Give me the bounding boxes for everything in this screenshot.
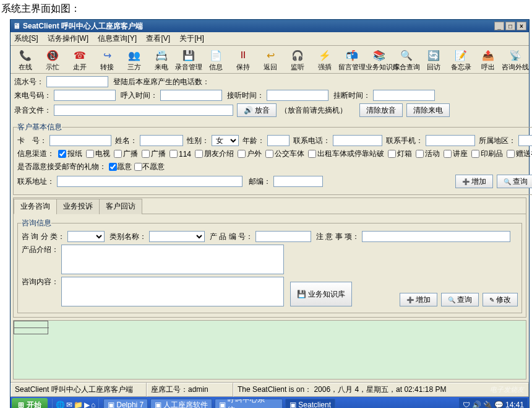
channel-checkbox-1[interactable] (86, 150, 94, 158)
toolbar-来电[interactable]: 📇来电 (148, 48, 175, 72)
channel-checkbox-11[interactable] (444, 150, 452, 158)
toolbar-示忙[interactable]: 📵示忙 (39, 48, 66, 72)
menu-system[interactable]: 系统[S] (14, 33, 38, 44)
channel-checkbox-12[interactable] (471, 150, 479, 158)
tray-icon[interactable]: 🛡 (463, 401, 470, 408)
age-label: 年龄： (242, 136, 265, 146)
intime-input[interactable] (160, 90, 222, 101)
caller-input[interactable] (54, 90, 116, 101)
anstime-input[interactable] (267, 90, 328, 101)
task-button-3[interactable]: ▣Seatclient (285, 399, 335, 408)
toolbar-在线[interactable]: 📞在线 (12, 48, 39, 72)
cardno-input[interactable] (49, 135, 111, 146)
toolbar-咨询外线呼叫[interactable]: 📡咨询外线呼叫 (502, 48, 529, 72)
customer-query-button[interactable]: 🔍查询 (497, 175, 532, 188)
clear-call-button[interactable]: 清除来电 (406, 103, 450, 117)
notes-input[interactable] (362, 231, 510, 242)
prodno-label: 产 品 编 号： (210, 232, 253, 242)
channel-checkbox-9[interactable] (388, 150, 396, 158)
data-grid[interactable] (13, 320, 526, 380)
menu-view[interactable]: 查看[V] (146, 33, 170, 44)
toolbar-信息[interactable]: 📄信息 (202, 48, 230, 72)
clear-play-button[interactable]: 清除放音 (359, 103, 403, 117)
toolbar-监听[interactable]: 🎧监听 (284, 48, 311, 72)
toolbar-icon: 📞 (17, 48, 34, 62)
recfile-input[interactable] (54, 105, 233, 116)
prodno-input[interactable] (255, 231, 311, 242)
channel-checkbox-8[interactable] (308, 150, 316, 158)
toolbar-备忘录[interactable]: 📝备忘录 (447, 48, 474, 72)
consult-modify-button[interactable]: ✎修改 (483, 293, 518, 306)
toolbar-业务知识库[interactable]: 📚业务知识库 (366, 48, 393, 72)
name-input[interactable] (140, 135, 183, 146)
start-button[interactable]: ⊞ 开始 (12, 398, 48, 408)
quick-launch: 🌐 ✉ 📁 ▶ ⌂ (50, 399, 101, 408)
tab-complaint[interactable]: 业务投诉 (56, 199, 100, 214)
task-button-2[interactable]: ▣呼叫中心系统… (215, 399, 283, 408)
customer-add-button[interactable]: ➕增加 (455, 175, 493, 188)
consult-cat-select[interactable] (67, 231, 105, 242)
channel-checkbox-10[interactable] (416, 150, 424, 158)
toolbar-走开[interactable]: ☎走开 (66, 48, 93, 72)
tray-icon[interactable]: 🔌 (483, 401, 492, 408)
menu-call-ops[interactable]: 话务操作[W] (48, 33, 88, 44)
toolbar-录音管理[interactable]: 💾录音管理 (175, 48, 202, 72)
play-button[interactable]: 🔊放音 (237, 103, 277, 117)
channel-checkbox-5[interactable] (195, 150, 203, 158)
channel-checkbox-7[interactable] (265, 150, 273, 158)
channel-checkbox-6[interactable] (238, 150, 246, 158)
channel-checkbox-2[interactable] (114, 150, 122, 158)
consult-query-button[interactable]: 🔍查询 (441, 293, 479, 306)
sex-select[interactable]: 女 (212, 135, 239, 146)
ql-icon[interactable]: 🌐 (56, 401, 65, 408)
tray-icon[interactable]: 🔊 (472, 401, 481, 408)
tab-consult[interactable]: 业务咨询 (14, 199, 57, 214)
age-input[interactable] (267, 135, 290, 146)
toolbar-转接[interactable]: ↪转接 (93, 48, 121, 72)
task-button-0[interactable]: ▣Delphi 7 (103, 399, 148, 408)
gift-yes-checkbox[interactable] (109, 163, 117, 171)
consult-add-button[interactable]: ➕增加 (400, 293, 437, 306)
flowno-input[interactable] (46, 76, 108, 87)
ql-icon[interactable]: ⌂ (91, 401, 95, 408)
taskbar: ⊞ 开始 🌐 ✉ 📁 ▶ ⌂ ▣Delphi 7▣人工座席软件▣呼叫中心系统…▣… (11, 397, 529, 408)
tab-revisit[interactable]: 客户回访 (99, 199, 142, 214)
channel-checkbox-13[interactable] (507, 150, 515, 158)
gift-no-checkbox[interactable] (134, 163, 142, 171)
task-button-1[interactable]: ▣人工座席软件 (150, 399, 212, 408)
toolbar-label: 转接 (93, 63, 121, 72)
mobile-input[interactable] (426, 135, 475, 146)
kb-button[interactable]: 💾业务知识库 (290, 282, 352, 306)
toolbar-返回[interactable]: ↩返回 (257, 48, 284, 72)
consult-catname-select[interactable] (149, 231, 205, 242)
menu-about[interactable]: 关于[H] (179, 33, 204, 44)
toolbar-保持[interactable]: ⏸保持 (230, 48, 257, 72)
ql-icon[interactable]: 📁 (74, 401, 83, 408)
toolbar-三方[interactable]: 👥三方 (121, 48, 148, 72)
tel-input[interactable] (333, 135, 382, 146)
menu-info-query[interactable]: 信息查询[Y] (98, 33, 137, 44)
ql-icon[interactable]: ▶ (84, 401, 90, 408)
channel-checkbox-3[interactable] (142, 150, 150, 158)
toolbar-强插[interactable]: ⚡强插 (311, 48, 338, 72)
close-button[interactable]: × (517, 22, 526, 30)
zip-input[interactable] (273, 176, 323, 187)
toolbar-留言管理[interactable]: 📬留言管理 (338, 48, 366, 72)
channel-checkbox-4[interactable] (169, 150, 178, 158)
addr-input[interactable] (57, 176, 242, 187)
toolbar-回访[interactable]: 🔄回访 (420, 48, 447, 72)
minimize-button[interactable]: _ (494, 22, 504, 30)
channel-checkbox-0[interactable] (58, 150, 66, 158)
toolbar-呼出[interactable]: 📤呼出 (474, 48, 502, 72)
toolbar-label: 综合查询 (393, 63, 420, 72)
prodintro-textarea[interactable] (61, 245, 284, 274)
tray-icon[interactable]: 💬 (494, 401, 504, 408)
toolbar-综合查询[interactable]: 🔍综合查询 (393, 48, 420, 72)
consult-content-textarea[interactable] (61, 277, 284, 306)
area-select[interactable] (518, 135, 532, 146)
ql-icon[interactable]: ✉ (66, 401, 72, 408)
hangtime-input[interactable] (373, 90, 435, 101)
system-tray[interactable]: 🛡 🔊 🔌 💬 14:41 (459, 398, 528, 408)
maximize-button[interactable]: □ (505, 22, 515, 30)
toolbar-icon: ⚡ (316, 48, 333, 62)
